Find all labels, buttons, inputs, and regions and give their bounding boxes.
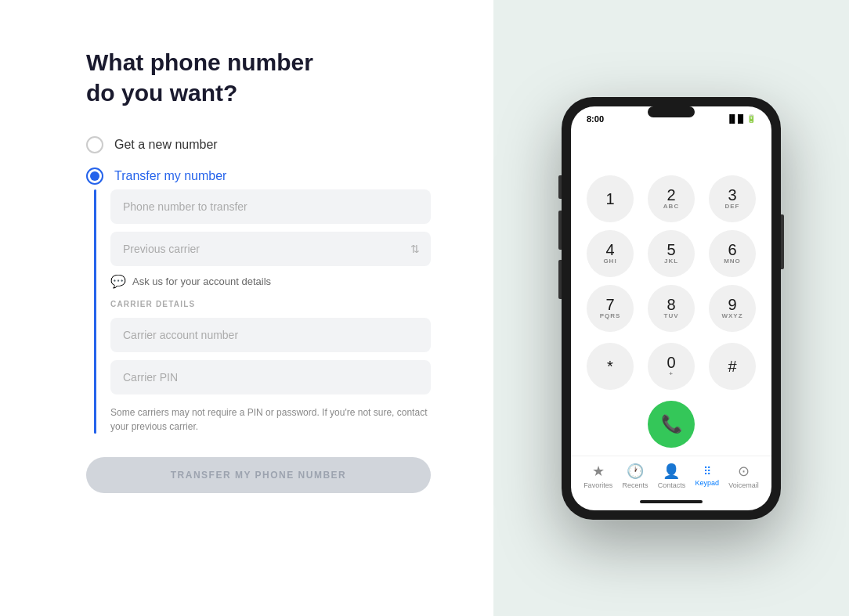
dial-key-0[interactable]: 0 +: [648, 343, 695, 390]
transfer-number-label: Transfer my number: [114, 169, 226, 183]
chat-icon: 💬: [110, 274, 126, 289]
nav-keypad[interactable]: ⠿ Keypad: [695, 465, 720, 487]
phone-screen: 8:00 ▐▌█ 🔋 1 2 ABC: [571, 106, 771, 510]
dial-key-6[interactable]: 6 MNO: [709, 230, 756, 277]
blue-accent-bar: [94, 189, 96, 434]
radio-group: Get a new number Transfer my number: [86, 136, 431, 185]
phone-mockup: 8:00 ▐▌█ 🔋 1 2 ABC: [562, 97, 781, 520]
nav-recents[interactable]: 🕐 Recents: [622, 463, 648, 489]
notch: [648, 106, 695, 117]
dial-key-hash[interactable]: #: [709, 343, 756, 390]
carrier-details-label: CARRIER DETAILS: [110, 300, 431, 308]
dial-key-5[interactable]: 5 JKL: [648, 230, 695, 277]
contacts-label: Contacts: [658, 481, 686, 489]
home-indicator: [640, 500, 703, 503]
transfer-form: Previous carrier ⇅ 💬 Ask us for your acc…: [110, 189, 431, 434]
transfer-button[interactable]: TRANSFER MY PHONE NUMBER: [86, 457, 431, 493]
transfer-number-radio[interactable]: [86, 168, 103, 185]
phone-number-input[interactable]: [110, 189, 431, 224]
favorites-label: Favorites: [583, 481, 612, 489]
favorites-icon: ★: [592, 463, 605, 480]
dial-key-2[interactable]: 2 ABC: [648, 175, 695, 222]
call-button[interactable]: 📞: [648, 401, 695, 448]
carrier-select-wrapper: Previous carrier ⇅: [110, 232, 431, 266]
pin-note: Some carriers may not require a PIN or p…: [110, 405, 431, 434]
side-button-vol-up: [558, 211, 562, 250]
nav-voicemail[interactable]: ⊙ Voicemail: [728, 463, 759, 489]
side-button-vol-down: [558, 260, 562, 299]
dialpad: 1 2 ABC 3 DEF 4 GHI: [571, 124, 771, 456]
new-number-label: Get a new number: [114, 138, 218, 152]
page-title: What phone number do you want?: [86, 47, 431, 108]
dial-key-4[interactable]: 4 GHI: [587, 230, 634, 277]
nav-contacts[interactable]: 👤 Contacts: [658, 463, 686, 489]
left-panel: What phone number do you want? Get a new…: [0, 0, 493, 616]
transfer-number-option[interactable]: Transfer my number: [86, 168, 431, 185]
keypad-label: Keypad: [695, 479, 720, 487]
side-button-mute: [558, 175, 562, 199]
dial-key-star[interactable]: *: [587, 343, 634, 390]
voicemail-label: Voicemail: [728, 481, 759, 489]
dial-key-7[interactable]: 7 PQRS: [587, 285, 634, 332]
ask-us-row[interactable]: 💬 Ask us for your account details: [110, 274, 431, 289]
carrier-pin-input[interactable]: [110, 360, 431, 394]
signal-icon: ▐▌█: [727, 114, 743, 123]
dial-key-8[interactable]: 8 TUV: [648, 285, 695, 332]
dialpad-bottom-row: * 0 + #: [583, 343, 759, 390]
voicemail-icon: ⊙: [738, 463, 750, 480]
bottom-nav: ★ Favorites 🕐 Recents 👤 Contacts ⠿ Keypa…: [571, 456, 771, 499]
phone-time: 8:00: [587, 114, 604, 124]
new-number-radio[interactable]: [86, 136, 103, 153]
keypad-icon: ⠿: [703, 465, 711, 477]
call-row: 📞: [583, 401, 759, 448]
home-indicator-bar: [571, 499, 771, 510]
dial-key-9[interactable]: 9 WXYZ: [709, 285, 756, 332]
recents-icon: 🕐: [627, 463, 644, 480]
wifi-icon: 🔋: [746, 114, 756, 123]
carrier-account-input[interactable]: [110, 318, 431, 352]
dial-key-3[interactable]: 3 DEF: [709, 175, 756, 222]
dialpad-grid: 1 2 ABC 3 DEF 4 GHI: [583, 175, 759, 332]
side-button-power: [781, 214, 784, 269]
status-icons: ▐▌█ 🔋: [727, 114, 756, 123]
nav-favorites[interactable]: ★ Favorites: [583, 463, 612, 489]
ask-us-text: Ask us for your account details: [132, 276, 271, 287]
dial-key-1[interactable]: 1: [587, 175, 634, 222]
transfer-section: Previous carrier ⇅ 💬 Ask us for your acc…: [86, 189, 431, 434]
status-bar: 8:00 ▐▌█ 🔋: [571, 106, 771, 124]
previous-carrier-select[interactable]: Previous carrier: [110, 232, 431, 266]
recents-label: Recents: [622, 481, 648, 489]
call-icon: 📞: [661, 414, 682, 434]
right-panel: 8:00 ▐▌█ 🔋 1 2 ABC: [493, 0, 849, 616]
contacts-icon: 👤: [663, 463, 680, 480]
new-number-option[interactable]: Get a new number: [86, 136, 431, 153]
